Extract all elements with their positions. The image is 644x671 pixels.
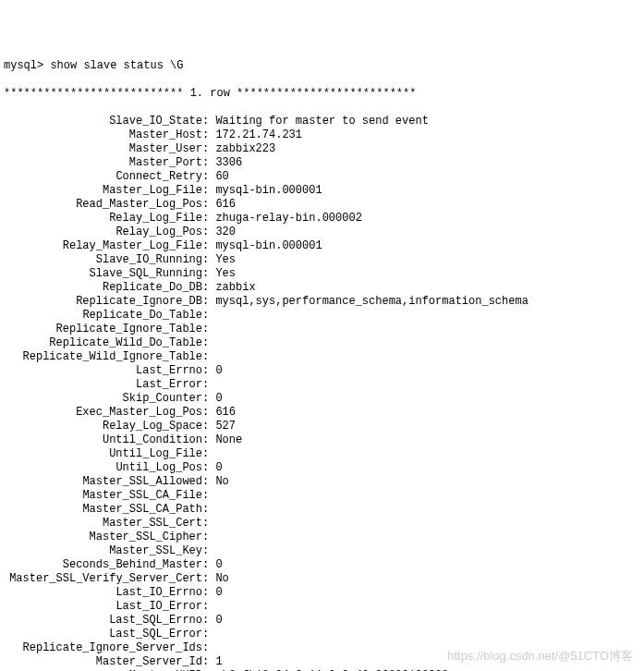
field-label: Until_Condition <box>4 433 202 447</box>
field-label: Replicate_Do_Table <box>4 309 202 323</box>
field-label: Last_IO_Error <box>4 600 202 614</box>
field-value: Yes <box>215 253 236 266</box>
field-label: Replicate_Wild_Do_Table <box>4 336 202 350</box>
field-colon: : <box>202 115 215 128</box>
field-row: Master_SSL_Allowed: No <box>4 475 640 489</box>
row-separator: *************************** 1. row *****… <box>4 87 640 101</box>
field-colon: : <box>202 350 215 363</box>
mysql-prompt: mysql> show slave status \G <box>4 59 640 73</box>
field-label: Connect_Retry <box>4 170 202 184</box>
field-colon: : <box>202 226 215 238</box>
field-value: 1 <box>215 655 222 668</box>
field-row: Last_SQL_Error: <box>4 628 640 641</box>
field-row: Relay_Log_Space: 527 <box>4 420 640 433</box>
field-label: Slave_SQL_Running <box>4 267 202 281</box>
field-row: Replicate_Wild_Do_Table: <box>4 336 640 350</box>
field-value: mysql,sys,performance_schema,information… <box>215 295 528 308</box>
field-label: Master_Host <box>4 128 202 142</box>
field-row: Master_SSL_CA_File: <box>4 489 640 503</box>
field-label: Slave_IO_State <box>4 115 202 128</box>
field-colon: : <box>202 461 215 474</box>
field-row: Replicate_Ignore_DB: mysql,sys,performan… <box>4 295 640 309</box>
field-label: Relay_Log_Pos <box>4 226 202 239</box>
field-colon: : <box>202 655 215 668</box>
field-colon: : <box>202 614 215 627</box>
field-row: Skip_Counter: 0 <box>4 392 640 406</box>
field-colon: : <box>202 420 215 433</box>
field-colon: : <box>202 156 215 169</box>
field-label: Master_SSL_Allowed <box>4 475 202 489</box>
field-label: Last_Error <box>4 378 202 392</box>
field-label: Master_SSL_Verify_Server_Cert <box>4 572 202 586</box>
field-row: Replicate_Wild_Ignore_Table: <box>4 350 640 364</box>
field-label: Replicate_Wild_Ignore_Table <box>4 350 202 364</box>
field-row: Last_Errno: 0 <box>4 364 640 378</box>
field-row: Replicate_Do_DB: zabbix <box>4 281 640 295</box>
field-value: mysql-bin.000001 <box>215 184 322 197</box>
field-row: Replicate_Do_Table: <box>4 309 640 323</box>
field-colon: : <box>202 628 215 640</box>
field-row: Until_Log_File: <box>4 447 640 461</box>
field-label: Replicate_Do_DB <box>4 281 202 295</box>
field-colon: : <box>202 544 215 557</box>
field-colon: : <box>202 184 215 197</box>
field-label: Last_SQL_Error <box>4 628 202 641</box>
field-colon: : <box>202 295 215 308</box>
field-label: Master_SSL_CA_Path <box>4 503 202 517</box>
field-label: Master_SSL_Cipher <box>4 531 202 544</box>
field-row: Master_User: zabbix223 <box>4 142 640 156</box>
field-row: Relay_Log_File: zhuga-relay-bin.000002 <box>4 212 640 226</box>
field-label: Replicate_Ignore_Server_Ids <box>4 641 202 655</box>
field-colon: : <box>202 406 215 419</box>
field-label: Relay_Log_File <box>4 212 202 226</box>
field-row: Relay_Master_Log_File: mysql-bin.000001 <box>4 239 640 253</box>
status-fields: Slave_IO_State: Waiting for master to se… <box>4 115 640 671</box>
field-row: Master_SSL_Cert: <box>4 517 640 531</box>
field-label: Until_Log_Pos <box>4 461 202 475</box>
field-row: Replicate_Ignore_Table: <box>4 323 640 336</box>
field-row: Until_Condition: None <box>4 433 640 447</box>
field-value: 60 <box>215 170 228 183</box>
field-value: 616 <box>215 198 236 211</box>
field-value: 527 <box>215 420 236 433</box>
field-value: zabbix <box>215 281 255 294</box>
field-colon: : <box>202 323 215 336</box>
field-colon: : <box>202 503 215 516</box>
field-label: Until_Log_File <box>4 447 202 461</box>
field-label: Master_SSL_Cert <box>4 517 202 531</box>
field-row: Master_SSL_Key: <box>4 544 640 558</box>
field-value: mysql-bin.000001 <box>215 239 322 252</box>
field-row: Exec_Master_Log_Pos: 616 <box>4 406 640 420</box>
field-label: Relay_Master_Log_File <box>4 239 202 253</box>
field-value: Waiting for master to send event <box>215 115 428 128</box>
field-value: 172.21.74.231 <box>215 128 302 141</box>
field-row: Master_Log_File: mysql-bin.000001 <box>4 184 640 198</box>
field-label: Seconds_Behind_Master <box>4 558 202 572</box>
field-colon: : <box>202 281 215 294</box>
field-colon: : <box>202 128 215 141</box>
field-row: Slave_IO_State: Waiting for master to se… <box>4 115 640 128</box>
field-label: Slave_IO_Running <box>4 253 202 267</box>
field-label: Master_Log_File <box>4 184 202 198</box>
field-label: Skip_Counter <box>4 392 202 406</box>
field-label: Master_SSL_Key <box>4 544 202 558</box>
field-row: Seconds_Behind_Master: 0 <box>4 558 640 572</box>
field-colon: : <box>202 309 215 322</box>
field-value: 3306 <box>215 156 242 169</box>
field-value: 0 <box>215 586 222 599</box>
field-value: Yes <box>215 267 236 280</box>
field-row: Last_IO_Error: <box>4 600 640 614</box>
field-row: Last_IO_Errno: 0 <box>4 586 640 600</box>
field-colon: : <box>202 364 215 377</box>
field-row: Master_SSL_Cipher: <box>4 531 640 544</box>
field-row: Last_SQL_Errno: 0 <box>4 614 640 628</box>
field-row: Slave_IO_Running: Yes <box>4 253 640 267</box>
field-value: 0 <box>215 614 222 627</box>
field-row: Relay_Log_Pos: 320 <box>4 226 640 239</box>
watermark-text: https://blog.csdn.net/@51CTO博客 <box>447 649 633 664</box>
field-label: Last_IO_Errno <box>4 586 202 600</box>
field-label: Relay_Log_Space <box>4 420 202 433</box>
field-colon: : <box>202 489 215 502</box>
field-colon: : <box>202 433 215 446</box>
field-value: 320 <box>215 226 236 238</box>
